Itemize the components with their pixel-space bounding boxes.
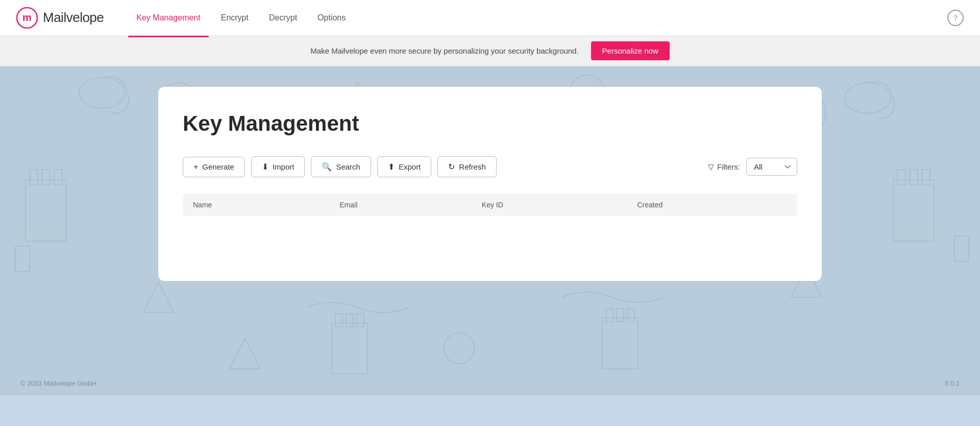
page-footer: © 2023 Mailvelope GmbH 5.0.1 bbox=[0, 371, 980, 395]
svg-point-23 bbox=[845, 83, 891, 113]
col-keyid: Key ID bbox=[472, 194, 627, 216]
main-nav: Key Management Encrypt Decrypt Options bbox=[128, 9, 947, 27]
generate-button[interactable]: + Generate bbox=[183, 157, 245, 177]
version-text: 5.0.1 bbox=[945, 380, 960, 387]
svg-rect-31 bbox=[627, 309, 634, 322]
filters-area: ▽ Filters: All Public Private bbox=[708, 158, 797, 176]
import-label: Import bbox=[273, 162, 295, 171]
table-header: Name Email Key ID Created bbox=[183, 194, 797, 216]
nav-item-encrypt[interactable]: Encrypt bbox=[213, 9, 257, 27]
svg-rect-10 bbox=[30, 170, 38, 185]
export-label: Export bbox=[399, 162, 421, 171]
search-icon: 🔍 bbox=[322, 162, 332, 172]
logo-text: Mailvelope bbox=[43, 10, 104, 26]
svg-point-19 bbox=[444, 333, 475, 364]
plus-icon: + bbox=[193, 162, 198, 172]
svg-rect-28 bbox=[602, 318, 638, 369]
svg-rect-30 bbox=[617, 309, 624, 322]
svg-rect-24 bbox=[332, 323, 368, 374]
svg-marker-20 bbox=[230, 338, 260, 369]
svg-rect-9 bbox=[26, 180, 66, 241]
keys-table: Name Email Key ID Created bbox=[183, 194, 797, 216]
security-banner: Make Mailvelope even more secure by pers… bbox=[0, 36, 980, 66]
svg-rect-14 bbox=[897, 170, 905, 185]
nav-item-options[interactable]: Options bbox=[309, 9, 354, 27]
svg-rect-11 bbox=[42, 170, 50, 185]
svg-rect-15 bbox=[910, 170, 918, 185]
svg-rect-26 bbox=[346, 314, 353, 327]
filters-text: Filters: bbox=[717, 162, 740, 171]
svg-rect-25 bbox=[335, 314, 342, 327]
svg-rect-17 bbox=[15, 246, 30, 272]
copyright-text: © 2023 Mailvelope GmbH bbox=[20, 380, 96, 387]
refresh-button[interactable]: ↻ Refresh bbox=[437, 156, 497, 177]
svg-rect-27 bbox=[357, 314, 364, 327]
banner-text: Make Mailvelope even more secure by pers… bbox=[310, 46, 578, 55]
page-title: Key Management bbox=[183, 111, 797, 136]
filter-select[interactable]: All Public Private bbox=[746, 158, 797, 176]
svg-marker-7 bbox=[143, 282, 174, 313]
refresh-label: Refresh bbox=[459, 162, 486, 171]
filters-label: ▽ Filters: bbox=[708, 162, 740, 172]
filter-icon: ▽ bbox=[708, 162, 714, 172]
svg-rect-12 bbox=[54, 170, 62, 185]
col-created: Created bbox=[627, 194, 797, 216]
refresh-icon: ↻ bbox=[448, 162, 455, 172]
background-area: Key Management + Generate ⬇ Import 🔍 Sea… bbox=[0, 66, 980, 395]
export-button[interactable]: ⬆ Export bbox=[377, 156, 431, 177]
col-name: Name bbox=[183, 194, 329, 216]
main-card: Key Management + Generate ⬇ Import 🔍 Sea… bbox=[158, 87, 822, 281]
mailvelope-logo-icon: m bbox=[16, 7, 38, 29]
logo-area: m Mailvelope bbox=[16, 7, 104, 29]
toolbar: + Generate ⬇ Import 🔍 Search ⬆ Export ↻ … bbox=[183, 156, 797, 177]
search-label: Search bbox=[336, 162, 360, 171]
import-button[interactable]: ⬇ Import bbox=[251, 156, 305, 177]
app-header: m Mailvelope Key Management Encrypt Decr… bbox=[0, 0, 980, 36]
svg-rect-16 bbox=[922, 170, 930, 185]
svg-rect-18 bbox=[954, 236, 969, 262]
help-button[interactable]: ? bbox=[947, 10, 964, 26]
nav-item-key-management[interactable]: Key Management bbox=[128, 9, 208, 27]
svg-rect-29 bbox=[606, 309, 613, 322]
import-icon: ⬇ bbox=[262, 162, 268, 172]
col-email: Email bbox=[329, 194, 472, 216]
search-button[interactable]: 🔍 Search bbox=[311, 156, 371, 177]
export-icon: ⬆ bbox=[388, 162, 395, 172]
personalize-button[interactable]: Personalize now bbox=[591, 41, 670, 60]
svg-point-22 bbox=[79, 78, 125, 108]
nav-item-decrypt[interactable]: Decrypt bbox=[261, 9, 305, 27]
svg-rect-13 bbox=[893, 180, 934, 241]
svg-text:m: m bbox=[22, 12, 32, 23]
generate-label: Generate bbox=[202, 162, 234, 171]
